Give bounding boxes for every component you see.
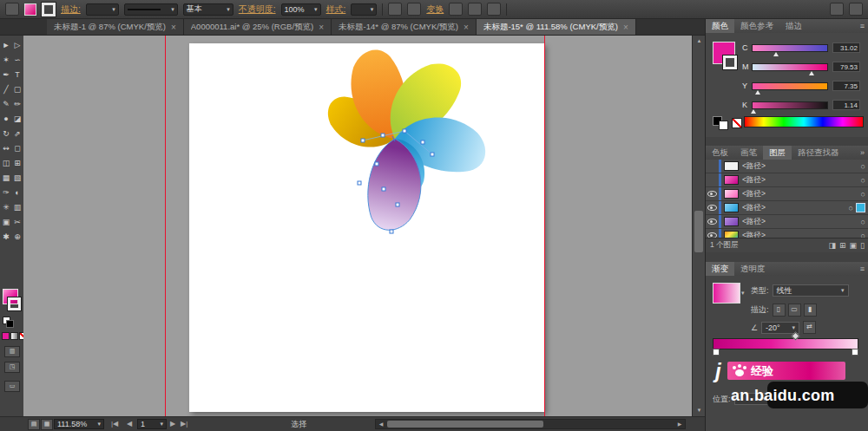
- gradient-tool[interactable]: ▧: [12, 171, 23, 186]
- stroke-swatch[interactable]: [8, 297, 21, 310]
- prev-artboard-icon[interactable]: ◀: [127, 419, 132, 429]
- edit-toolbar-button[interactable]: ▭: [4, 381, 20, 392]
- document-tab[interactable]: 未标题-1 @ 87% (CMYK/预览)×: [47, 19, 184, 35]
- blob-brush-tool[interactable]: ●: [1, 112, 12, 127]
- brush-definition-select[interactable]: 基本▾: [183, 3, 233, 16]
- pinwheel-artwork[interactable]: [189, 43, 544, 412]
- stroke-weight-select[interactable]: ▾: [86, 3, 119, 16]
- stroke-style-select[interactable]: ▾: [124, 3, 178, 16]
- target-icon[interactable]: ○: [849, 204, 853, 212]
- document-tab[interactable]: 未标题-14* @ 87% (CMYK/预览)×: [332, 19, 477, 35]
- zoom-tool[interactable]: ⊕: [12, 230, 23, 245]
- tab-brushes[interactable]: 画笔: [734, 146, 763, 160]
- new-layer-button[interactable]: ▣: [850, 241, 858, 250]
- document-setup-icon[interactable]: [388, 3, 402, 16]
- opacity-select[interactable]: 100%▾: [281, 3, 321, 16]
- free-transform-tool[interactable]: ◻: [12, 141, 23, 156]
- none-swatch[interactable]: [732, 118, 742, 128]
- slider-marker-icon[interactable]: [755, 90, 760, 95]
- target-icon[interactable]: ○: [861, 218, 865, 226]
- type-tool[interactable]: T: [12, 68, 23, 82]
- gradient-along-stroke-button[interactable]: ▭: [788, 304, 801, 317]
- symbol-sprayer-tool[interactable]: ✳: [1, 200, 12, 215]
- artboard-tool[interactable]: ▣: [1, 215, 12, 230]
- tab-close-icon[interactable]: ×: [464, 23, 469, 32]
- layer-row[interactable]: <路径>○: [706, 160, 868, 173]
- scroll-down-icon[interactable]: ▼: [693, 405, 706, 416]
- opacity-link[interactable]: 不透明度:: [239, 3, 276, 16]
- channel-slider[interactable]: [752, 82, 828, 90]
- visibility-toggle[interactable]: [706, 219, 719, 225]
- slice-tool[interactable]: ✂: [12, 215, 23, 230]
- status-grid-icon[interactable]: ▤: [28, 419, 40, 430]
- gradient-within-stroke-button[interactable]: ▯: [773, 304, 786, 317]
- channel-slider[interactable]: [752, 101, 828, 109]
- align-center-icon[interactable]: [468, 3, 482, 16]
- first-artboard-icon[interactable]: |◀: [111, 419, 118, 429]
- zoom-select[interactable]: 111.58% ▾: [54, 419, 104, 429]
- shape-builder-tool[interactable]: ◫: [1, 156, 12, 171]
- gradient-mode-button[interactable]: [10, 332, 18, 340]
- gradient-left-stop[interactable]: [713, 349, 720, 356]
- mesh-tool[interactable]: ▦: [1, 171, 12, 186]
- screen-mode-button[interactable]: ◳: [4, 362, 20, 373]
- visibility-toggle[interactable]: [706, 191, 719, 197]
- perspective-grid-tool[interactable]: ⊞: [12, 156, 23, 171]
- align-left-icon[interactable]: [449, 3, 463, 16]
- eyedropper-tool[interactable]: ✑: [1, 186, 12, 200]
- document-tab[interactable]: 未标题-15* @ 111.58% (CMYK/预览)×: [477, 19, 636, 35]
- chevron-down-icon[interactable]: ▾: [741, 290, 745, 297]
- canvas[interactable]: [23, 36, 692, 416]
- channel-slider[interactable]: [752, 63, 828, 71]
- target-icon[interactable]: ○: [861, 190, 865, 199]
- horizontal-scroll-thumb[interactable]: [387, 421, 543, 428]
- target-icon[interactable]: ○: [861, 162, 865, 171]
- angle-field[interactable]: -20° ▾: [761, 322, 799, 334]
- rotate-tool[interactable]: ↻: [1, 127, 12, 141]
- style-link[interactable]: 样式:: [326, 3, 346, 16]
- search-icon[interactable]: [849, 3, 863, 16]
- slider-marker-icon[interactable]: [809, 71, 814, 75]
- tab-close-icon[interactable]: ×: [171, 23, 176, 32]
- channel-slider[interactable]: [752, 44, 828, 52]
- direct-selection-tool[interactable]: ▷: [12, 38, 23, 53]
- hand-tool[interactable]: ✱: [1, 230, 12, 245]
- status-pages-icon[interactable]: ▦: [41, 419, 53, 430]
- scale-tool[interactable]: ⇗: [12, 127, 23, 141]
- tab-close-icon[interactable]: ×: [623, 23, 628, 32]
- layer-row[interactable]: <路径>○: [706, 187, 868, 201]
- make-clipping-mask-button[interactable]: ◨: [828, 241, 836, 250]
- tab-stroke[interactable]: 描边: [779, 19, 808, 33]
- style-select[interactable]: ▾: [351, 3, 377, 16]
- document-tab[interactable]: A0000011.ai* @ 25% (RGB/预览)×: [184, 19, 332, 35]
- tab-gradient[interactable]: 渐变: [706, 262, 734, 276]
- transform-link[interactable]: 变换: [426, 3, 444, 16]
- workspace-icon[interactable]: [5, 3, 19, 16]
- lasso-tool[interactable]: ∽: [12, 53, 23, 68]
- channel-value-field[interactable]: 1.14: [832, 100, 860, 110]
- tab-close-icon[interactable]: ×: [319, 23, 324, 32]
- pen-tool[interactable]: ✒: [1, 68, 12, 82]
- rectangle-tool[interactable]: ▢: [12, 82, 23, 97]
- layer-row[interactable]: <路径>○: [706, 215, 868, 229]
- reverse-gradient-button[interactable]: ⇄: [803, 321, 816, 334]
- stroke-link[interactable]: 描边:: [61, 3, 81, 16]
- tab-swatches[interactable]: 色板: [706, 146, 734, 160]
- stroke-color-chip[interactable]: [42, 3, 56, 16]
- slider-marker-icon[interactable]: [773, 52, 779, 56]
- fill-color-chip[interactable]: [24, 3, 36, 16]
- vertical-scroll-thumb[interactable]: [694, 211, 703, 252]
- vertical-scrollbar[interactable]: ▲ ▼: [692, 36, 705, 416]
- line-segment-tool[interactable]: ╱: [1, 82, 12, 97]
- channel-value-field[interactable]: 79.53: [832, 62, 860, 72]
- paintbrush-tool[interactable]: ✎: [1, 97, 12, 112]
- draw-mode-button[interactable]: ▥: [4, 346, 20, 357]
- gradient-type-select[interactable]: 线性 ▾: [773, 284, 849, 297]
- channel-value-field[interactable]: 7.35: [832, 81, 860, 91]
- layer-row[interactable]: <路径>○: [706, 201, 868, 215]
- tab-pathfinder[interactable]: 路径查找器: [792, 146, 845, 160]
- slider-marker-icon[interactable]: [751, 109, 756, 114]
- collapse-icon[interactable]: »: [856, 146, 868, 160]
- gradient-across-stroke-button[interactable]: ▮: [804, 304, 817, 317]
- target-icon[interactable]: ○: [861, 176, 865, 185]
